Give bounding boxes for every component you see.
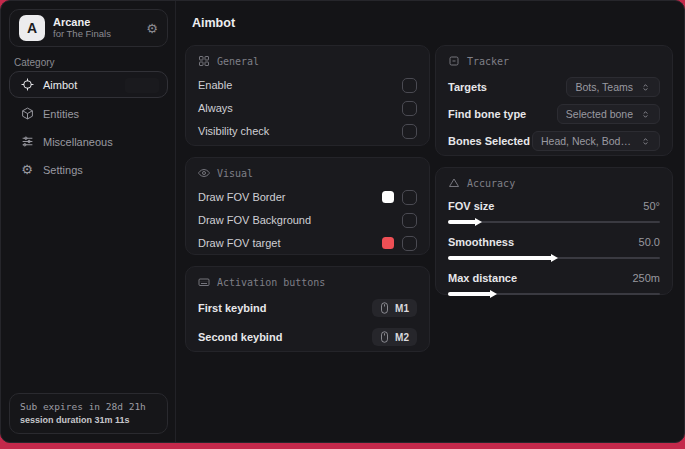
accuracy-card: Accuracy FOV size 50° Smoothness 50.0 [435, 167, 673, 295]
activation-card: Activation buttons First keybind M1 Seco… [185, 266, 430, 352]
fov-border-color-swatch[interactable] [382, 191, 394, 203]
mouse-icon [380, 302, 389, 314]
settings-gear-icon[interactable]: ⚙ [146, 22, 158, 35]
slider-row-smoothness: Smoothness 50.0 [448, 232, 660, 259]
sidebar-menu: Aimbot Entities Miscellaneous ⚙ Settings [9, 71, 168, 184]
main-content: Aimbot General Enable Always Visibility … [177, 1, 684, 442]
sidebar-item-entities[interactable]: Entities [9, 100, 168, 127]
setting-label: Find bone type [448, 108, 526, 120]
fov-target-color-swatch[interactable] [382, 237, 394, 249]
app-subtitle: for The Finals [53, 29, 111, 40]
visual-card: Visual Draw FOV Border Draw FOV Backgrou… [185, 157, 430, 255]
mouse-icon [380, 331, 389, 343]
targets-dropdown[interactable]: Bots, Teams [566, 77, 660, 97]
second-keybind-button[interactable]: M2 [372, 328, 417, 346]
card-title: Visual [217, 168, 253, 179]
setting-label: Second keybind [198, 331, 282, 343]
setting-row-bones-selected: Bones Selected Head, Neck, Body, Pe.. [448, 128, 660, 154]
slider-label: FOV size [448, 200, 494, 212]
card-title: Tracker [467, 56, 509, 67]
category-label: Category [14, 57, 55, 68]
setting-label: Bones Selected [448, 135, 530, 147]
slider-thumb[interactable] [475, 218, 482, 226]
session-duration-text: session duration 31m 11s [20, 415, 157, 425]
sidebar-item-label: Aimbot [43, 79, 77, 91]
card-title: Accuracy [467, 178, 515, 189]
find-bone-type-dropdown[interactable]: Selected bone [557, 104, 660, 124]
slider-value: 50.0 [639, 236, 660, 248]
keybind-value: M2 [395, 332, 409, 343]
dropdown-value: Selected bone [566, 108, 633, 120]
cube-icon [20, 107, 34, 121]
dropdown-value: Bots, Teams [575, 81, 633, 93]
slider-thumb[interactable] [490, 290, 497, 298]
visibility-check-checkbox[interactable] [402, 124, 417, 139]
always-checkbox[interactable] [402, 101, 417, 116]
triangle-icon [448, 177, 460, 189]
setting-label: Enable [198, 79, 232, 91]
smoothness-slider[interactable] [448, 257, 660, 259]
slider-value: 50° [643, 200, 660, 212]
setting-label: Targets [448, 81, 487, 93]
slider-label: Smoothness [448, 236, 514, 248]
box-minus-icon [448, 55, 460, 67]
app-logo: A [19, 15, 45, 41]
sidebar: A Arcane for The Finals ⚙ Category Aimbo… [1, 1, 176, 442]
visual-card-header: Visual [198, 167, 417, 179]
slider-thumb[interactable] [551, 254, 558, 262]
first-keybind-button[interactable]: M1 [372, 299, 417, 317]
slider-label: Max distance [448, 272, 517, 284]
sidebar-item-label: Settings [43, 164, 83, 176]
sidebar-item-settings[interactable]: ⚙ Settings [9, 156, 168, 183]
setting-label: First keybind [198, 302, 266, 314]
setting-row-second-keybind: Second keybind M2 [198, 324, 417, 350]
setting-label: Always [198, 102, 233, 114]
fov-target-checkbox[interactable] [402, 236, 417, 251]
slider-fill [448, 220, 478, 224]
gear-icon: ⚙ [20, 163, 34, 177]
setting-row-first-keybind: First keybind M1 [198, 295, 417, 321]
chevron-up-down-icon [640, 109, 651, 120]
general-card-header: General [198, 55, 417, 67]
setting-label: Draw FOV Border [198, 191, 285, 203]
slider-value: 250m [632, 272, 660, 284]
fov-size-slider[interactable] [448, 221, 660, 223]
crosshair-icon [20, 78, 34, 92]
sidebar-item-label: Miscellaneous [43, 136, 113, 148]
bones-selected-dropdown[interactable]: Head, Neck, Body, Pe.. [532, 131, 660, 151]
slider-fill [448, 292, 493, 296]
setting-label: Draw FOV target [198, 237, 281, 249]
sliders-icon [20, 135, 34, 149]
tracker-card: Tracker Targets Bots, Teams Find bone ty… [435, 45, 673, 156]
keybind-hint-badge [125, 78, 159, 93]
chevron-up-down-icon [640, 82, 651, 93]
app-title: Arcane [53, 16, 111, 29]
enable-checkbox[interactable] [402, 78, 417, 93]
max-distance-slider[interactable] [448, 293, 660, 295]
setting-label: Draw FOV Background [198, 214, 311, 226]
eye-icon [198, 167, 210, 179]
setting-row-targets: Targets Bots, Teams [448, 74, 660, 100]
chevron-up-down-icon [640, 136, 651, 147]
slider-row-fov-size: FOV size 50° [448, 196, 660, 223]
fov-border-checkbox[interactable] [402, 190, 417, 205]
setting-row-always: Always [198, 97, 417, 119]
setting-row-fov-background: Draw FOV Background [198, 209, 417, 231]
sidebar-item-miscellaneous[interactable]: Miscellaneous [9, 128, 168, 155]
sidebar-item-label: Entities [43, 108, 79, 120]
card-title: Activation buttons [217, 277, 325, 288]
tracker-card-header: Tracker [448, 55, 660, 67]
brand-card: A Arcane for The Finals ⚙ [9, 9, 168, 47]
keyboard-icon [198, 276, 210, 288]
app-window: A Arcane for The Finals ⚙ Category Aimbo… [0, 0, 685, 443]
sidebar-item-aimbot[interactable]: Aimbot [9, 71, 168, 98]
dropdown-value: Head, Neck, Body, Pe.. [541, 135, 633, 147]
activation-card-header: Activation buttons [198, 276, 417, 288]
setting-label: Visibility check [198, 125, 269, 137]
slider-row-max-distance: Max distance 250m [448, 268, 660, 295]
setting-row-fov-border: Draw FOV Border [198, 186, 417, 208]
fov-background-checkbox[interactable] [402, 213, 417, 228]
general-card: General Enable Always Visibility check [185, 45, 430, 146]
setting-row-fov-target: Draw FOV target [198, 232, 417, 254]
subscription-info-card: Sub expires in 28d 21h session duration … [9, 393, 168, 434]
